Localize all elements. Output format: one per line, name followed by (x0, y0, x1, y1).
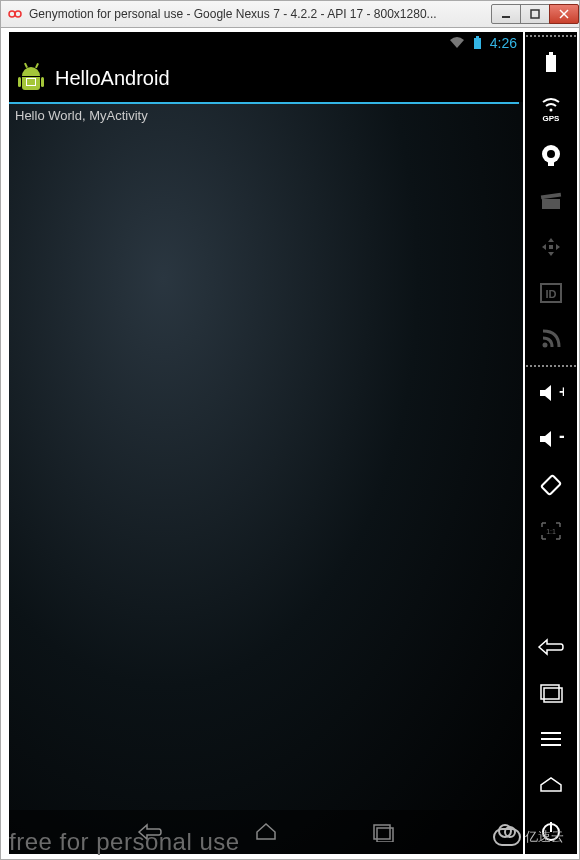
svg-point-1 (15, 11, 21, 17)
android-nav-bar (9, 810, 523, 854)
hw-back-button[interactable] (535, 630, 567, 664)
identifiers-widget-button[interactable]: ID (535, 276, 567, 310)
status-clock: 4:26 (490, 35, 517, 51)
svg-rect-17 (542, 199, 560, 209)
window-titlebar: Genymotion for personal use - Google Nex… (0, 0, 580, 28)
gps-widget-button[interactable]: GPS (535, 92, 567, 126)
svg-point-12 (550, 109, 553, 112)
svg-rect-3 (531, 10, 539, 18)
hello-text: Hello World, MyActivity (15, 108, 148, 123)
screencast-widget-button[interactable] (535, 184, 567, 218)
app-icon (17, 64, 45, 92)
corner-watermark: 亿速云 (493, 821, 573, 853)
android-status-bar[interactable]: 4:26 (9, 32, 523, 54)
battery-widget-button[interactable] (535, 46, 567, 80)
app-content: Hello World, MyActivity (9, 104, 523, 810)
svg-rect-7 (476, 36, 479, 38)
app-title: HelloAndroid (55, 67, 170, 90)
svg-rect-25 (541, 475, 561, 495)
svg-text:GPS: GPS (543, 114, 561, 122)
maximize-button[interactable] (520, 4, 550, 24)
app-logo-icon (7, 6, 23, 22)
multitouch-widget-button[interactable] (535, 230, 567, 264)
nav-home-button[interactable] (253, 822, 279, 842)
emulator-side-toolbar: GPS ID + - 1:1 (525, 32, 577, 854)
camera-widget-button[interactable] (535, 138, 567, 172)
pixel-perfect-button[interactable]: 1:1 (535, 514, 567, 548)
svg-text:+: + (559, 383, 564, 400)
svg-rect-6 (474, 38, 481, 49)
svg-point-22 (543, 343, 548, 348)
nav-back-button[interactable] (137, 822, 163, 842)
cloud-icon (493, 828, 521, 846)
hw-menu-button[interactable] (535, 722, 567, 756)
device-screen-frame: 4:26 HelloAndroid Hello World, MyActivit… (9, 32, 523, 854)
rotate-button[interactable] (535, 468, 567, 502)
volume-up-button[interactable]: + (535, 376, 567, 410)
window-client-area: 4:26 HelloAndroid Hello World, MyActivit… (0, 28, 580, 860)
svg-text:-: - (559, 428, 564, 446)
close-button[interactable] (549, 4, 579, 24)
battery-icon (473, 36, 482, 50)
network-widget-button[interactable] (535, 322, 567, 356)
window-control-group (492, 4, 579, 24)
volume-down-button[interactable]: - (535, 422, 567, 456)
svg-point-15 (547, 150, 555, 158)
toolbar-separator (525, 365, 577, 367)
window-title: Genymotion for personal use - Google Nex… (29, 7, 492, 21)
nav-recent-button[interactable] (369, 822, 395, 842)
svg-text:ID: ID (546, 288, 557, 300)
svg-rect-19 (549, 245, 553, 249)
corner-watermark-text: 亿速云 (525, 828, 564, 846)
toolbar-separator (525, 35, 577, 37)
svg-text:1:1: 1:1 (546, 528, 556, 535)
hw-home-button[interactable] (535, 768, 567, 802)
hw-recent-button[interactable] (535, 676, 567, 710)
svg-rect-11 (549, 52, 553, 55)
svg-point-0 (9, 11, 15, 17)
svg-rect-18 (541, 193, 561, 200)
action-bar: HelloAndroid (9, 54, 523, 102)
minimize-button[interactable] (491, 4, 521, 24)
svg-rect-16 (548, 162, 554, 166)
device-screen[interactable]: 4:26 HelloAndroid Hello World, MyActivit… (9, 32, 523, 854)
wifi-icon (449, 36, 465, 50)
svg-rect-10 (546, 55, 556, 72)
